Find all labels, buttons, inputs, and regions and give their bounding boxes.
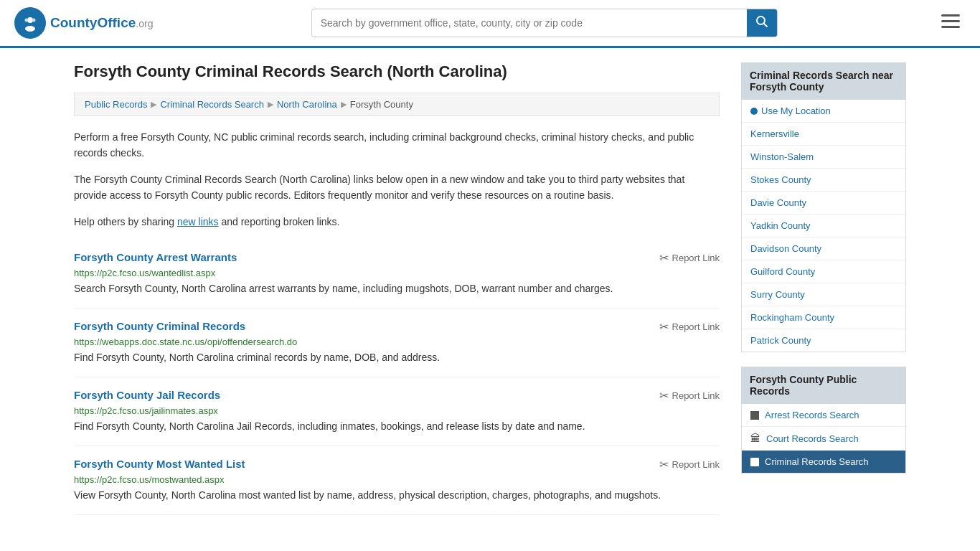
nearby-list: Use My Location Kernersville Winston-Sal… [741, 100, 906, 352]
result-desc-3: View Forsyth County, North Carolina most… [74, 488, 720, 503]
report-link-label-2: Report Link [672, 390, 720, 401]
nearby-section: Criminal Records Search near Forsyth Cou… [741, 62, 906, 352]
result-url-1: https://webapps.doc.state.nc.us/opi/offe… [74, 336, 720, 347]
breadcrumb-criminal-records[interactable]: Criminal Records Search [160, 99, 264, 110]
logo-area: CountyOffice.org [14, 7, 153, 39]
nearby-item-7[interactable]: Surry County [742, 283, 905, 306]
breadcrumb-sep-3: ▶ [341, 100, 347, 109]
report-link-label-3: Report Link [672, 459, 720, 470]
pub-records-court-link[interactable]: Court Records Search [766, 433, 859, 444]
report-icon-3: ✂ [659, 458, 669, 471]
report-icon-1: ✂ [659, 320, 669, 334]
use-location-link[interactable]: Use My Location [761, 105, 831, 116]
result-header-2: Forsyth County Jail Records ✂ Report Lin… [74, 389, 720, 402]
svg-rect-9 [941, 26, 960, 28]
svg-point-4 [32, 19, 36, 22]
pub-records-arrest[interactable]: Arrest Records Search [742, 404, 905, 427]
result-item-0: Forsyth County Arrest Warrants ✂ Report … [74, 240, 720, 309]
breadcrumb-north-carolina[interactable]: North Carolina [277, 99, 337, 110]
nearby-item-9[interactable]: Patrick County [742, 329, 905, 352]
nearby-item-2[interactable]: Stokes County [742, 169, 905, 192]
report-link-btn-3[interactable]: ✂ Report Link [659, 458, 720, 471]
result-title-0[interactable]: Forsyth County Arrest Warrants [74, 251, 237, 263]
breadcrumb-sep-1: ▶ [151, 100, 156, 109]
public-records-list: Arrest Records Search 🏛 Court Records Se… [741, 404, 906, 474]
result-url-0: https://p2c.fcso.us/wantedlist.aspx [74, 268, 720, 278]
breadcrumb-current: Forsyth County [350, 99, 413, 110]
result-item-1: Forsyth County Criminal Records ✂ Report… [74, 309, 720, 377]
pub-records-criminal[interactable]: Criminal Records Search [742, 451, 905, 473]
result-header-1: Forsyth County Criminal Records ✂ Report… [74, 320, 720, 334]
search-input[interactable] [312, 11, 747, 34]
svg-line-6 [763, 24, 767, 27]
use-location-item[interactable]: Use My Location [742, 100, 905, 123]
nearby-link-1[interactable]: Winston-Salem [750, 151, 814, 162]
nearby-link-2[interactable]: Stokes County [750, 174, 811, 185]
result-title-1[interactable]: Forsyth County Criminal Records [74, 320, 245, 332]
building-icon-court: 🏛 [750, 433, 760, 444]
breadcrumb-public-records[interactable]: Public Records [85, 99, 147, 110]
svg-rect-7 [941, 14, 960, 17]
public-records-header: Forsyth County Public Records [741, 367, 906, 404]
nearby-header: Criminal Records Search near Forsyth Cou… [741, 62, 906, 100]
report-link-label-0: Report Link [672, 253, 720, 263]
sidebar: Criminal Records Search near Forsyth Cou… [741, 62, 906, 515]
result-desc-1: Find Forsyth County, North Carolina crim… [74, 350, 720, 365]
nearby-link-0[interactable]: Kernersville [750, 128, 799, 139]
report-link-btn-0[interactable]: ✂ Report Link [659, 251, 720, 265]
nearby-item-6[interactable]: Guilford County [742, 260, 905, 283]
square-icon-arrest [750, 411, 759, 420]
pub-records-court[interactable]: 🏛 Court Records Search [742, 427, 905, 451]
breadcrumb: Public Records ▶ Criminal Records Search… [74, 93, 720, 116]
pub-records-criminal-link[interactable]: Criminal Records Search [765, 456, 869, 467]
result-header-0: Forsyth County Arrest Warrants ✂ Report … [74, 251, 720, 265]
nearby-link-6[interactable]: Guilford County [750, 266, 815, 277]
breadcrumb-sep-2: ▶ [268, 100, 273, 109]
nearby-link-3[interactable]: Davie County [750, 197, 806, 208]
report-link-btn-2[interactable]: ✂ Report Link [659, 389, 720, 402]
report-icon-2: ✂ [659, 389, 669, 402]
new-links-link[interactable]: new links [177, 216, 219, 227]
nearby-link-5[interactable]: Davidson County [750, 243, 821, 254]
nearby-item-5[interactable]: Davidson County [742, 237, 905, 260]
main-content: Forsyth County Criminal Records Search (… [60, 48, 920, 529]
nearby-link-7[interactable]: Surry County [750, 289, 805, 300]
svg-rect-8 [941, 20, 960, 22]
nearby-item-0[interactable]: Kernersville [742, 123, 905, 146]
result-title-2[interactable]: Forsyth County Jail Records [74, 389, 220, 401]
svg-point-3 [25, 19, 29, 22]
desc-para-2: The Forsyth County Criminal Records Sear… [74, 171, 720, 204]
result-url-2: https://p2c.fcso.us/jailinmates.aspx [74, 405, 720, 416]
pub-records-arrest-link[interactable]: Arrest Records Search [765, 410, 859, 420]
nearby-item-3[interactable]: Davie County [742, 192, 905, 215]
location-dot-icon [750, 108, 758, 115]
report-icon-0: ✂ [659, 251, 669, 265]
logo-text: CountyOffice.org [50, 15, 153, 31]
svg-point-2 [25, 26, 35, 32]
desc-para-3: Help others by sharing new links and rep… [74, 214, 720, 230]
results-list: Forsyth County Arrest Warrants ✂ Report … [74, 240, 720, 515]
report-link-btn-1[interactable]: ✂ Report Link [659, 320, 720, 334]
result-url-3: https://p2c.fcso.us/mostwanted.aspx [74, 474, 720, 485]
result-desc-2: Find Forsyth County, North Carolina Jail… [74, 419, 720, 434]
result-header-3: Forsyth County Most Wanted List ✂ Report… [74, 458, 720, 471]
logo-icon [14, 7, 46, 39]
nearby-item-8[interactable]: Rockingham County [742, 306, 905, 329]
result-title-3[interactable]: Forsyth County Most Wanted List [74, 458, 245, 470]
nearby-item-1[interactable]: Winston-Salem [742, 146, 905, 169]
public-records-section: Forsyth County Public Records Arrest Rec… [741, 367, 906, 474]
nearby-link-8[interactable]: Rockingham County [750, 312, 834, 323]
content-area: Forsyth County Criminal Records Search (… [74, 62, 720, 515]
nearby-link-4[interactable]: Yadkin County [750, 220, 811, 231]
menu-button[interactable] [936, 10, 966, 36]
desc-para-1: Perform a free Forsyth County, NC public… [74, 129, 720, 161]
result-item-3: Forsyth County Most Wanted List ✂ Report… [74, 446, 720, 515]
nearby-link-9[interactable]: Patrick County [750, 335, 811, 346]
page-title: Forsyth County Criminal Records Search (… [74, 62, 720, 81]
report-link-label-1: Report Link [672, 321, 720, 332]
header: CountyOffice.org [0, 0, 980, 48]
nearby-item-4[interactable]: Yadkin County [742, 215, 905, 237]
result-item-2: Forsyth County Jail Records ✂ Report Lin… [74, 377, 720, 446]
result-desc-0: Search Forsyth County, North Carolina ar… [74, 281, 720, 296]
search-button[interactable] [747, 9, 777, 37]
